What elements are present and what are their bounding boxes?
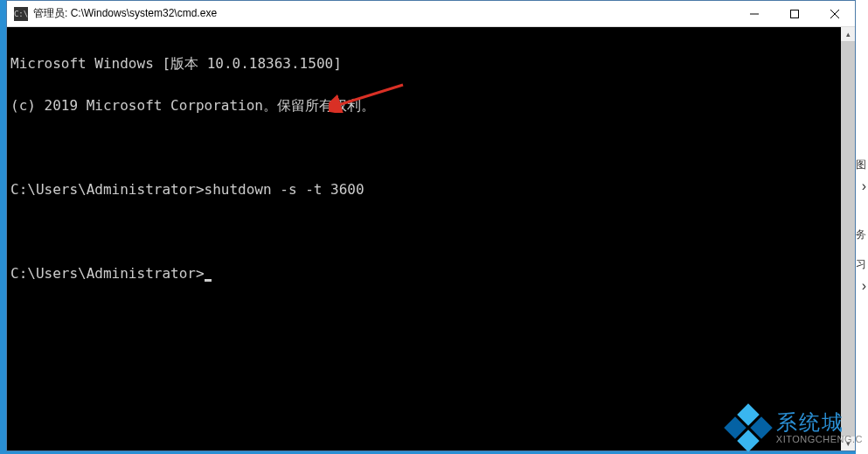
terminal-line: Microsoft Windows [版本 10.0.18363.1500]: [10, 57, 837, 71]
window-controls: [734, 1, 855, 26]
bg-label: 习: [856, 257, 866, 272]
bg-arrow: ›: [862, 278, 866, 294]
terminal-line: C:\Users\Administrator>shutdown -s -t 36…: [10, 183, 837, 197]
background-strip: 图 › 务 习 ›: [856, 0, 868, 454]
cursor: [205, 279, 212, 282]
titlebar[interactable]: C:\ 管理员: C:\Windows\system32\cmd.exe: [7, 1, 855, 27]
close-button[interactable]: [815, 1, 855, 27]
cmd-window: C:\ 管理员: C:\Windows\system32\cmd.exe Mic…: [6, 0, 856, 451]
scrollbar-thumb[interactable]: [841, 41, 855, 437]
bg-label: 图: [856, 157, 866, 172]
scroll-down-button[interactable]: ▾: [841, 437, 855, 451]
terminal-line: (c) 2019 Microsoft Corporation。保留所有权利。: [10, 99, 837, 113]
terminal-area[interactable]: Microsoft Windows [版本 10.0.18363.1500] (…: [7, 27, 855, 451]
bg-label: 务: [856, 227, 866, 242]
svg-rect-1: [791, 10, 799, 18]
terminal-blank: [10, 141, 837, 155]
terminal-blank: [10, 225, 837, 239]
prompt: C:\Users\Administrator>: [10, 181, 205, 198]
minimize-button[interactable]: [734, 1, 774, 27]
prompt: C:\Users\Administrator>: [10, 265, 205, 282]
scroll-up-button[interactable]: ▴: [841, 27, 855, 41]
terminal-line: C:\Users\Administrator>: [10, 267, 837, 281]
command: shutdown -s -t 3600: [205, 181, 365, 198]
terminal-content: Microsoft Windows [版本 10.0.18363.1500] (…: [7, 27, 841, 451]
cmd-icon: C:\: [14, 7, 28, 21]
bg-arrow: ›: [862, 178, 866, 194]
scrollbar[interactable]: ▴ ▾: [841, 27, 855, 451]
maximize-button[interactable]: [774, 1, 815, 27]
window-title: 管理员: C:\Windows\system32\cmd.exe: [33, 6, 734, 21]
